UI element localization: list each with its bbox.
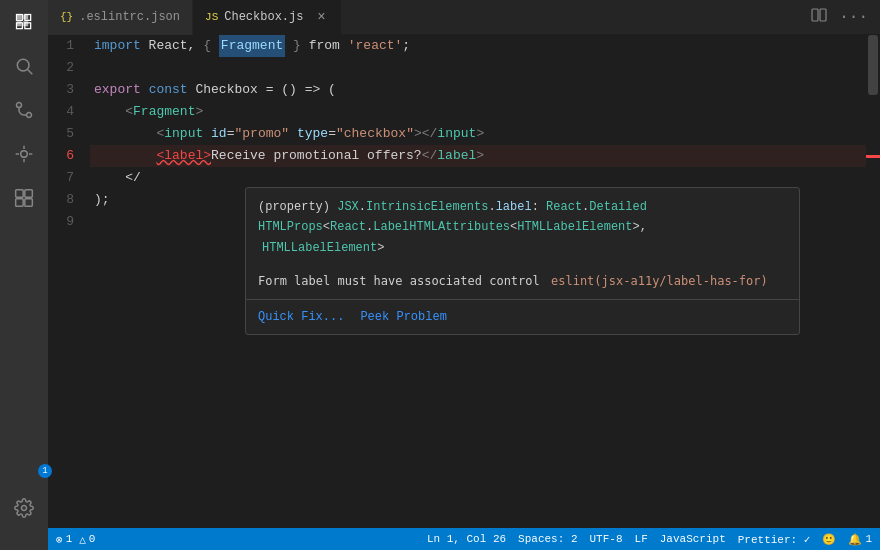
svg-point-6 (17, 103, 22, 108)
hover-property-text: (property) JSX.IntrinsicElements.label: … (258, 198, 787, 217)
svg-rect-16 (25, 199, 33, 207)
eol[interactable]: LF (635, 533, 648, 545)
notification-badge: 1 (38, 464, 52, 478)
formatter[interactable]: Prettier: ✓ (738, 533, 811, 546)
tab-close-button[interactable]: × (313, 9, 329, 25)
svg-line-5 (28, 70, 33, 75)
line-num-4: 4 (48, 101, 82, 123)
error-indicator (866, 155, 880, 158)
svg-rect-19 (820, 9, 826, 21)
hover-content: (property) JSX.IntrinsicElements.label: … (246, 188, 799, 299)
error-count: 1 (66, 533, 73, 545)
bell-icon: 🔔 (848, 533, 862, 546)
line-num-8: 8 (48, 189, 82, 211)
warning-icon: △ (79, 533, 86, 546)
status-right: Ln 1, Col 26 Spaces: 2 UTF-8 LF JavaScri… (427, 533, 872, 546)
settings-icon[interactable]: 1 (10, 494, 38, 522)
tab-bar: {} .eslintrc.json JS Checkbox.js × ··· (48, 0, 880, 35)
ln-col: Ln 1, Col 26 (427, 533, 506, 545)
line-num-1: 1 (48, 35, 82, 57)
line-num-3: 3 (48, 79, 82, 101)
smiley-icon: 🙂 (822, 533, 836, 546)
encoding[interactable]: UTF-8 (590, 533, 623, 545)
code-line-1: import React, { Fragment } from 'react'; (90, 35, 866, 57)
notif-count: 1 (865, 533, 872, 545)
tab-checkbox[interactable]: JS Checkbox.js × (193, 0, 342, 35)
cursor-position[interactable]: Ln 1, Col 26 (427, 533, 506, 545)
line-num-7: 7 (48, 167, 82, 189)
error-icon: ⊗ (56, 533, 63, 546)
tab-eslintrc[interactable]: {} .eslintrc.json (48, 0, 193, 35)
language-label: JavaScript (660, 533, 726, 545)
extensions-icon[interactable] (10, 184, 38, 212)
svg-point-7 (27, 113, 32, 118)
line-num-5: 5 (48, 123, 82, 145)
code-editor[interactable]: import React, { Fragment } from 'react';… (90, 35, 866, 528)
error-message: Form label must have associated control (258, 274, 540, 288)
status-left: ⊗ 1 △ 0 (56, 533, 95, 546)
editor-body: 1 2 3 4 5 6 7 8 9 import React, { Fragme… (48, 35, 880, 528)
quick-fix-action[interactable]: Quick Fix... (258, 306, 344, 328)
svg-point-17 (22, 506, 27, 511)
hover-error-text: Form label must have associated control … (258, 272, 787, 291)
eol-label: LF (635, 533, 648, 545)
spaces-label: Spaces: 2 (518, 533, 577, 545)
tab-checkbox-label: Checkbox.js (224, 10, 303, 24)
keyword-import: import (94, 35, 141, 57)
error-code: eslint(jsx-a11y/label-has-for) (551, 274, 768, 288)
indentation[interactable]: Spaces: 2 (518, 533, 577, 545)
code-line-7: </ (90, 167, 866, 189)
error-count-item[interactable]: ⊗ 1 △ 0 (56, 533, 95, 546)
line-numbers: 1 2 3 4 5 6 7 8 9 (48, 35, 90, 528)
from-keyword: from (309, 38, 340, 53)
js-file-icon: JS (205, 11, 218, 23)
code-line-3: export const Checkbox = () => ( (90, 79, 866, 101)
scrollbar-track (866, 35, 880, 528)
code-line-5: <input id="promo" type="checkbox"></inpu… (90, 123, 866, 145)
source-control-icon[interactable] (10, 96, 38, 124)
peek-problem-action[interactable]: Peek Problem (360, 306, 446, 328)
svg-point-4 (17, 59, 29, 71)
code-line-4: <Fragment> (90, 101, 866, 123)
label-open-tag: <label> (156, 145, 211, 167)
smiley-button[interactable]: 🙂 (822, 533, 836, 546)
line-num-9: 9 (48, 211, 82, 233)
status-bar: ⊗ 1 △ 0 Ln 1, Col 26 Spaces: 2 UTF-8 LF … (48, 528, 880, 550)
svg-rect-14 (25, 190, 33, 198)
activity-bar: 1 (0, 0, 48, 550)
line-num-6: 6 (48, 145, 82, 167)
scrollbar-thumb[interactable] (868, 35, 878, 95)
svg-rect-13 (16, 190, 24, 198)
code-line-6: <label>Receive promotional offers?</labe… (90, 145, 866, 167)
svg-rect-18 (812, 9, 818, 21)
svg-rect-15 (16, 199, 24, 207)
svg-point-8 (21, 151, 28, 158)
line-num-2: 2 (48, 57, 82, 79)
code-line-2 (90, 57, 866, 79)
warning-count: 0 (89, 533, 96, 545)
hover-tooltip: (property) JSX.IntrinsicElements.label: … (245, 187, 800, 335)
fragment-token: Fragment (219, 35, 285, 57)
language-mode[interactable]: JavaScript (660, 533, 726, 545)
search-icon[interactable] (10, 52, 38, 80)
explorer-icon[interactable] (10, 8, 38, 36)
encoding-label: UTF-8 (590, 533, 623, 545)
vertical-scrollbar[interactable] (866, 35, 880, 528)
formatter-label: Prettier: ✓ (738, 533, 811, 546)
more-actions-icon[interactable]: ··· (839, 8, 868, 26)
tab-eslintrc-label: .eslintrc.json (79, 10, 180, 24)
json-file-icon: {} (60, 11, 73, 23)
split-editor-icon[interactable] (811, 7, 827, 28)
debug-icon[interactable] (10, 140, 38, 168)
notifications[interactable]: 🔔 1 (848, 533, 872, 546)
hover-actions: Quick Fix... Peek Problem (246, 300, 799, 334)
